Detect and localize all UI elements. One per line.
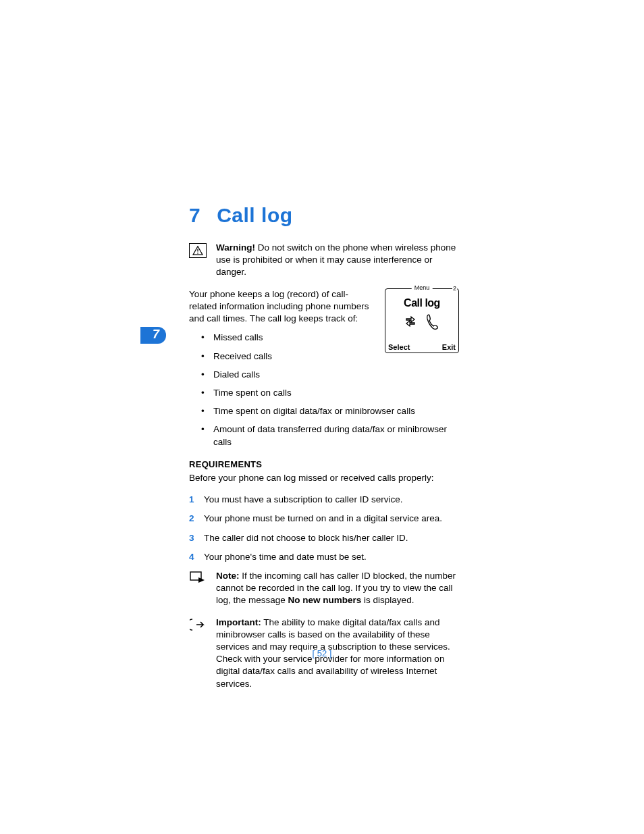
chapter-number: 7	[189, 204, 200, 227]
list-item: 1 You must have a subscription to caller…	[189, 494, 459, 506]
item-number: 3	[189, 532, 204, 544]
item-number: 2	[189, 513, 204, 525]
phone-menu-index: 2	[452, 285, 457, 292]
requirements-list: 1 You must have a subscription to caller…	[189, 494, 459, 563]
warning-icon	[189, 243, 207, 258]
page-content: 7Call log Warning! Do not switch on the …	[189, 204, 459, 700]
item-text: Your phone must be turned on and in a di…	[204, 513, 442, 525]
list-item: Received calls	[201, 350, 459, 363]
chapter-title: Call log	[217, 204, 292, 226]
warning-text: Warning! Do not switch on the phone when…	[216, 242, 459, 279]
page-number: [ 52 ]	[0, 648, 644, 658]
requirements-intro: Before your phone can log missed or rece…	[189, 472, 459, 484]
note-post: is displayed.	[361, 595, 414, 605]
important-label: Important:	[216, 617, 261, 627]
item-text: The caller did not choose to block his/h…	[204, 532, 408, 544]
svg-point-1	[197, 253, 198, 254]
requirements-heading: REQUIREMENTS	[189, 459, 459, 469]
arrows-icon	[404, 313, 422, 330]
item-text: Your phone's time and date must be set.	[204, 551, 367, 563]
list-item: 2 Your phone must be turned on and in a …	[189, 513, 459, 525]
phone-screen-icons	[385, 313, 458, 331]
phone-screen-top: Menu 2	[385, 289, 458, 298]
intro-paragraph: Your phone keeps a log (record) of call-…	[189, 288, 371, 325]
item-number: 1	[189, 494, 204, 506]
item-text: You must have a subscription to caller I…	[204, 494, 402, 506]
list-item: Amount of data transferred during data/f…	[201, 423, 459, 448]
note-bold: No new numbers	[288, 595, 362, 605]
item-number: 4	[189, 551, 204, 563]
list-item: 3 The caller did not choose to block his…	[189, 532, 459, 544]
list-item: Missed calls	[201, 332, 459, 344]
warning-label: Warning!	[216, 242, 255, 253]
list-item: Time spent on digital data/fax or minibr…	[201, 405, 459, 417]
manual-page: 7 7Call log Warning! Do not switch on th…	[0, 0, 644, 834]
intro-section: Your phone keeps a log (record) of call-…	[189, 288, 459, 325]
list-item: 4 Your phone's time and date must be set…	[189, 551, 459, 563]
note-label: Note:	[216, 571, 240, 581]
phone-screen-title: Call log	[385, 297, 458, 309]
list-item: Time spent on calls	[201, 387, 459, 399]
handset-icon	[425, 313, 439, 331]
phone-menu-label: Menu	[412, 284, 433, 291]
list-item: Dialed calls	[201, 369, 459, 381]
note-text: Note: If the incoming call has caller ID…	[216, 570, 459, 607]
warning-block: Warning! Do not switch on the phone when…	[189, 242, 459, 279]
chapter-heading: 7Call log	[189, 204, 459, 227]
important-icon	[189, 618, 207, 631]
chapter-side-tab: 7	[140, 327, 166, 344]
note-icon	[189, 571, 207, 583]
note-block: Note: If the incoming call has caller ID…	[189, 570, 459, 607]
